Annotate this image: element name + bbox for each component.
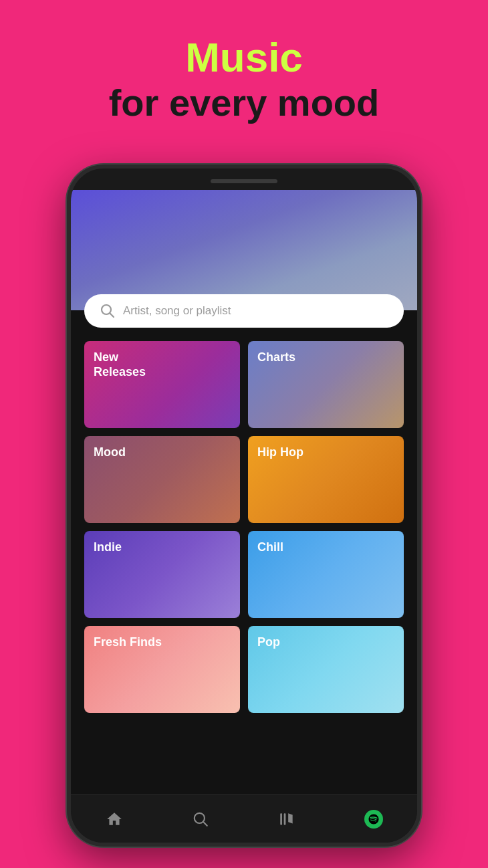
nav-spotify[interactable] bbox=[364, 810, 383, 829]
grid-item-fresh-finds[interactable]: Fresh Finds bbox=[84, 626, 240, 713]
screen-top-gradient: Artist, song or playlist bbox=[71, 190, 417, 310]
chill-label: Chill bbox=[257, 540, 283, 555]
nav-search[interactable] bbox=[192, 810, 209, 828]
search-icon bbox=[100, 304, 115, 318]
nav-library[interactable] bbox=[278, 810, 295, 828]
header-subtitle: for every mood bbox=[0, 81, 488, 124]
new-releases-label: NewReleases bbox=[94, 350, 146, 379]
phone-screen: Artist, song or playlist NewReleases Cha… bbox=[71, 190, 417, 843]
svg-line-1 bbox=[110, 314, 114, 318]
svg-rect-4 bbox=[280, 813, 282, 825]
header-music: Music bbox=[0, 33, 488, 81]
search-bar[interactable]: Artist, song or playlist bbox=[84, 294, 404, 328]
search-bar-container: Artist, song or playlist bbox=[84, 294, 404, 328]
charts-label: Charts bbox=[257, 350, 295, 365]
hip-hop-label: Hip Hop bbox=[257, 445, 303, 460]
grid-item-indie[interactable]: Indie bbox=[84, 531, 240, 618]
search-nav-icon bbox=[192, 810, 209, 828]
phone-speaker bbox=[211, 179, 277, 183]
category-grid: NewReleases Charts Mood Hip Hop Indi bbox=[84, 341, 404, 713]
page-background: Music for every mood bbox=[0, 0, 488, 868]
fresh-finds-label: Fresh Finds bbox=[94, 635, 162, 650]
header-section: Music for every mood bbox=[0, 0, 488, 124]
indie-label: Indie bbox=[94, 540, 122, 555]
screen-content: NewReleases Charts Mood Hip Hop Indi bbox=[71, 310, 417, 794]
nav-home[interactable] bbox=[106, 810, 123, 828]
mood-label: Mood bbox=[94, 445, 126, 460]
pop-label: Pop bbox=[257, 635, 280, 650]
grid-item-hip-hop[interactable]: Hip Hop bbox=[248, 436, 404, 523]
grid-item-charts[interactable]: Charts bbox=[248, 341, 404, 428]
bottom-nav bbox=[71, 794, 417, 843]
grid-item-pop[interactable]: Pop bbox=[248, 626, 404, 713]
spotify-logo bbox=[364, 810, 383, 829]
grid-item-mood[interactable]: Mood bbox=[84, 436, 240, 523]
search-placeholder: Artist, song or playlist bbox=[123, 304, 231, 318]
grid-item-chill[interactable]: Chill bbox=[248, 531, 404, 618]
grid-item-new-releases[interactable]: NewReleases bbox=[84, 341, 240, 428]
phone-notch bbox=[71, 169, 417, 190]
phone-frame: Artist, song or playlist NewReleases Cha… bbox=[67, 165, 421, 847]
library-icon bbox=[278, 810, 295, 828]
home-icon bbox=[106, 810, 123, 828]
svg-line-3 bbox=[203, 822, 207, 825]
svg-rect-5 bbox=[283, 813, 285, 825]
